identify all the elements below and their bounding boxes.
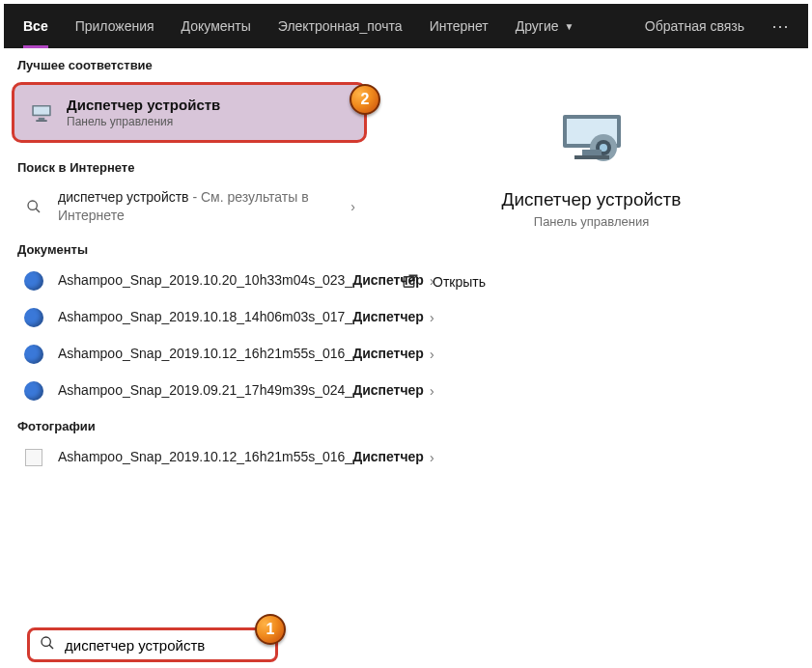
chevron-down-icon: ▼ xyxy=(565,21,574,32)
search-icon xyxy=(40,635,55,654)
search-input-container[interactable] xyxy=(27,627,278,662)
search-icon xyxy=(23,196,44,217)
document-icon xyxy=(23,270,44,292)
search-input[interactable] xyxy=(65,637,266,654)
svg-rect-2 xyxy=(39,117,45,119)
best-match-title: Диспетчер устройств xyxy=(67,97,220,113)
photo-icon xyxy=(23,447,44,468)
preview-title: Диспетчер устройств xyxy=(502,189,682,210)
svg-rect-3 xyxy=(36,120,46,122)
svg-point-14 xyxy=(42,637,50,646)
tab-documents[interactable]: Документы xyxy=(170,4,263,48)
svg-point-4 xyxy=(28,201,37,209)
preview-pane: Диспетчер устройств Панель управления От… xyxy=(375,48,808,626)
results-list: Лучшее соответствие Диспетчер устройств … xyxy=(4,48,375,626)
web-result-text: диспетчер устройств - См. результаты в И… xyxy=(58,188,345,225)
photo-result[interactable]: Ashampoo_Snap_2019.10.12_16h21m55s_016_Д… xyxy=(4,439,375,476)
document-title: Ashampoo_Snap_2019.10.18_14h06m03s_017_Д… xyxy=(58,308,424,326)
chevron-right-icon[interactable]: › xyxy=(424,450,440,465)
section-documents: Документы xyxy=(4,233,375,263)
document-icon xyxy=(23,344,44,365)
document-result[interactable]: Ashampoo_Snap_2019.10.12_16h21m55s_016_Д… xyxy=(4,336,375,373)
tab-email[interactable]: Электронная_почта xyxy=(266,4,414,48)
document-icon xyxy=(23,307,44,328)
section-photos: Фотографии xyxy=(4,409,375,439)
tab-more-scopes[interactable]: Другие ▼ xyxy=(504,4,586,48)
section-web: Поиск в Интернете xyxy=(4,151,375,181)
chevron-right-icon[interactable]: › xyxy=(424,310,440,325)
svg-line-5 xyxy=(36,209,40,212)
annotation-step-1: 1 xyxy=(255,614,286,645)
tab-all[interactable]: Все xyxy=(12,4,60,48)
tab-apps[interactable]: Приложения xyxy=(64,4,166,48)
document-result[interactable]: Ashampoo_Snap_2019.09.21_17h49m39s_024_Д… xyxy=(4,373,375,409)
chevron-right-icon[interactable]: › xyxy=(345,199,361,214)
chevron-right-icon[interactable]: › xyxy=(424,347,440,362)
document-title: Ashampoo_Snap_2019.10.20_10h33m04s_023_Д… xyxy=(58,271,424,290)
tab-internet[interactable]: Интернет xyxy=(418,4,500,48)
document-title: Ashampoo_Snap_2019.10.12_16h21m55s_016_Д… xyxy=(58,345,424,363)
preview-subtitle: Панель управления xyxy=(534,214,649,229)
svg-line-15 xyxy=(49,645,53,649)
best-match-result[interactable]: Диспетчер устройств Панель управления xyxy=(12,82,367,143)
more-menu-button[interactable]: ⋯ xyxy=(760,15,800,37)
chevron-right-icon[interactable]: › xyxy=(424,383,440,399)
document-result[interactable]: Ashampoo_Snap_2019.10.20_10h33m04s_023_Д… xyxy=(4,263,375,299)
svg-rect-11 xyxy=(582,150,602,155)
best-match-subtitle: Панель управления xyxy=(67,115,220,128)
svg-rect-12 xyxy=(574,155,609,159)
section-best-match: Лучшее соответствие xyxy=(4,48,375,78)
search-scope-tabs: Все Приложения Документы Электронная_поч… xyxy=(4,4,808,48)
photo-title: Ashampoo_Snap_2019.10.12_16h21m55s_016_Д… xyxy=(58,448,424,466)
document-result[interactable]: Ashampoo_Snap_2019.10.18_14h06m03s_017_Д… xyxy=(4,299,375,336)
document-icon xyxy=(23,380,44,402)
feedback-link[interactable]: Обратная связь xyxy=(633,18,756,34)
tab-more-label: Другие xyxy=(516,18,559,34)
web-search-result[interactable]: диспетчер устройств - См. результаты в И… xyxy=(4,181,375,233)
open-label: Открыть xyxy=(433,274,486,290)
document-title: Ashampoo_Snap_2019.09.21_17h49m39s_024_Д… xyxy=(58,381,424,400)
annotation-step-2: 2 xyxy=(350,84,380,115)
device-manager-icon xyxy=(546,106,637,174)
chevron-right-icon[interactable]: › xyxy=(424,273,440,289)
svg-rect-1 xyxy=(34,106,49,114)
device-manager-icon xyxy=(28,99,55,126)
